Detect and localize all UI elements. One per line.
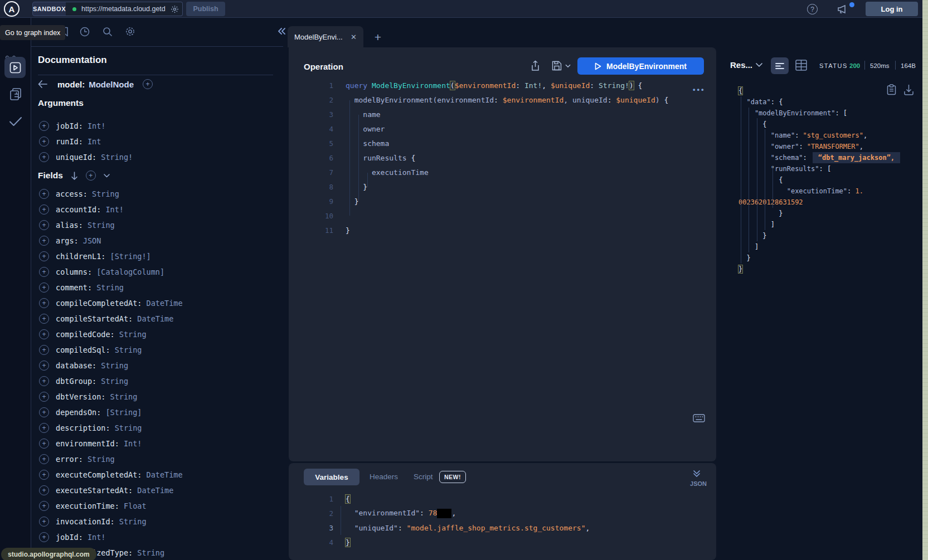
connection-settings-gear-icon[interactable]: [171, 5, 179, 13]
add-field-button[interactable]: +: [39, 439, 49, 449]
field-type[interactable]: DateTime: [133, 314, 173, 323]
field-type[interactable]: String: [88, 189, 119, 198]
add-field-button[interactable]: +: [143, 79, 153, 89]
settings-gear-icon[interactable]: [125, 26, 135, 37]
add-field-button[interactable]: +: [39, 376, 49, 386]
share-icon[interactable]: [531, 60, 540, 71]
editor-options-icon[interactable]: •••: [693, 85, 706, 94]
code-line[interactable]: {: [738, 85, 900, 96]
add-field-button[interactable]: +: [39, 152, 49, 162]
code-line[interactable]: "schema":“dbt_mary_jackson”,: [738, 152, 900, 163]
add-all-fields-button[interactable]: +: [86, 171, 96, 181]
code-line[interactable]: 7 executionTime: [301, 165, 668, 179]
code-line[interactable]: 3 name: [301, 107, 668, 121]
code-line[interactable]: 1{: [301, 491, 590, 506]
add-field-button[interactable]: +: [39, 236, 49, 246]
code-line[interactable]: "name": "stg_customers",: [738, 130, 900, 141]
code-line[interactable]: 2 modelByEnvironment(environmentId: $env…: [301, 92, 668, 107]
collapse-panel-icon[interactable]: [276, 26, 286, 36]
table-view-toggle[interactable]: [795, 60, 807, 71]
code-line[interactable]: "data": {: [738, 96, 900, 108]
field-type[interactable]: Int!: [83, 533, 106, 542]
run-operation-button[interactable]: ModelByEnvironment: [577, 57, 704, 75]
code-line[interactable]: ]: [738, 241, 900, 252]
code-line[interactable]: 4 owner: [301, 121, 668, 136]
add-field-button[interactable]: +: [39, 345, 49, 355]
add-field-button[interactable]: +: [39, 267, 49, 277]
field-type[interactable]: String: [96, 361, 128, 370]
code-line[interactable]: "owner": "TRANSFORMER",: [738, 141, 900, 152]
code-line[interactable]: 0023620128631592: [738, 197, 900, 208]
close-tab-icon[interactable]: ✕: [351, 33, 357, 41]
field-type[interactable]: String!: [96, 153, 133, 162]
field-type[interactable]: Int!: [83, 121, 106, 130]
add-field-button[interactable]: +: [39, 470, 49, 480]
field-type[interactable]: String: [96, 377, 128, 386]
download-response-icon[interactable]: [903, 84, 914, 95]
operation-tab-label[interactable]: ModelByEnvi...: [294, 33, 346, 41]
add-field-button[interactable]: +: [39, 298, 49, 308]
code-line[interactable]: 4}: [301, 535, 590, 549]
code-line[interactable]: }: [738, 252, 900, 264]
field-type[interactable]: [String]: [101, 408, 142, 417]
code-line[interactable]: 3 "uniqueId": "model.jaffle_shop_metrics…: [301, 520, 590, 535]
add-field-button[interactable]: +: [39, 361, 49, 371]
history-icon[interactable]: [79, 26, 90, 37]
code-line[interactable]: }: [738, 264, 900, 275]
field-type[interactable]: String: [115, 330, 147, 339]
field-type[interactable]: Int!: [119, 439, 142, 448]
add-field-button[interactable]: +: [39, 392, 49, 402]
save-menu-chevron-icon[interactable]: [565, 64, 571, 68]
chevron-down-icon[interactable]: [104, 174, 110, 178]
type-name-link[interactable]: ModelNode: [89, 80, 134, 89]
code-line[interactable]: {: [738, 119, 900, 130]
operation-code-editor[interactable]: 1query ModelByEnvironment($environmentId…: [301, 78, 668, 237]
code-line[interactable]: 8 }: [301, 179, 668, 194]
code-line[interactable]: }: [738, 230, 900, 241]
field-type[interactable]: String: [110, 423, 142, 432]
add-field-button[interactable]: +: [39, 251, 49, 261]
add-field-button[interactable]: +: [39, 407, 49, 417]
publish-button[interactable]: Publish: [186, 2, 225, 16]
field-type[interactable]: [String!]: [105, 252, 150, 261]
apollo-logo[interactable]: A: [4, 1, 20, 17]
add-field-button[interactable]: +: [39, 189, 49, 199]
login-button[interactable]: Log in: [866, 2, 918, 16]
save-icon[interactable]: [552, 61, 562, 71]
field-type[interactable]: String: [115, 517, 147, 526]
code-line[interactable]: "modelByEnvironment": [: [738, 108, 900, 119]
add-field-button[interactable]: +: [39, 314, 49, 324]
code-line[interactable]: 1query ModelByEnvironment($environmentId…: [301, 78, 668, 92]
field-type[interactable]: DateTime: [142, 299, 182, 308]
field-type[interactable]: String: [133, 548, 164, 557]
code-line[interactable]: 10: [301, 208, 668, 223]
field-type[interactable]: String: [92, 283, 124, 292]
add-field-button[interactable]: +: [39, 532, 49, 542]
back-arrow-icon[interactable]: [38, 80, 47, 88]
field-type[interactable]: String: [83, 455, 115, 464]
announcements-icon[interactable]: [837, 4, 849, 14]
help-icon[interactable]: ?: [807, 4, 818, 14]
new-tab-button[interactable]: +: [371, 31, 385, 44]
code-line[interactable]: 11}: [301, 223, 668, 237]
add-field-button[interactable]: +: [39, 454, 49, 464]
code-line[interactable]: 6 runResults {: [301, 150, 668, 165]
field-type[interactable]: Int: [83, 137, 101, 146]
keyboard-shortcuts-icon[interactable]: [693, 414, 705, 422]
code-line[interactable]: {: [738, 174, 900, 186]
field-type[interactable]: JSON: [79, 236, 101, 245]
sort-descending-icon[interactable]: [71, 172, 78, 180]
field-type[interactable]: Float: [119, 501, 147, 510]
code-line[interactable]: 9 }: [301, 194, 668, 208]
add-field-button[interactable]: +: [39, 501, 49, 511]
response-body[interactable]: { "data": { "modelByEnvironment": [ { "n…: [738, 85, 900, 275]
add-field-button[interactable]: +: [39, 137, 49, 147]
add-field-button[interactable]: +: [39, 423, 49, 433]
field-type[interactable]: DateTime: [142, 470, 182, 479]
add-field-button[interactable]: +: [39, 220, 49, 230]
endpoint-url-text[interactable]: https://metadata.cloud.getd: [81, 5, 168, 13]
code-line[interactable]: }: [738, 208, 900, 219]
tab-variables[interactable]: Variables: [304, 469, 359, 485]
explorer-nav-button[interactable]: [4, 57, 26, 78]
collapse-variables-icon[interactable]: [693, 470, 701, 478]
